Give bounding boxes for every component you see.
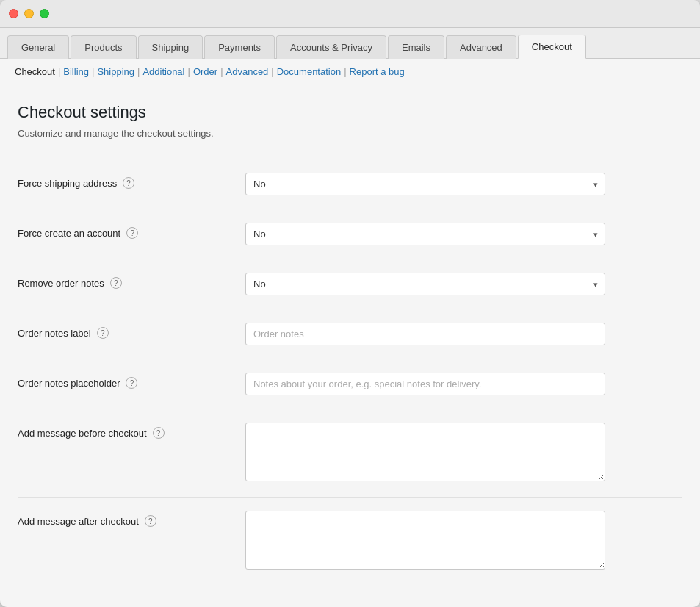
tab-advanced[interactable]: Advanced [446, 35, 516, 59]
setting-order-notes-label: Order notes label ? [18, 309, 682, 359]
setting-message-after-checkout: Add message after checkout ? [18, 497, 682, 585]
sub-navigation: Checkout | Billing | Shipping | Addition… [0, 59, 700, 85]
tab-emails[interactable]: Emails [388, 35, 444, 59]
select-wrapper-remove-order-notes: No Yes ▾ [245, 273, 605, 295]
tab-products[interactable]: Products [71, 35, 136, 59]
select-force-shipping-address[interactable]: No Yes [245, 173, 605, 195]
help-icon-force-shipping-address[interactable]: ? [123, 177, 134, 189]
label-force-create-account: Force create an account [18, 228, 120, 239]
sep-7: | [344, 66, 346, 77]
setting-message-before-checkout: Add message before checkout ? [18, 409, 682, 497]
subnav-checkout[interactable]: Checkout [15, 66, 55, 77]
tab-general[interactable]: General [7, 35, 69, 59]
help-icon-message-after-checkout[interactable]: ? [145, 515, 156, 527]
select-force-create-account[interactable]: No Yes [245, 223, 605, 245]
sep-5: | [220, 66, 223, 77]
label-message-after-checkout: Add message after checkout [18, 516, 139, 527]
help-icon-message-before-checkout[interactable]: ? [153, 427, 165, 439]
tab-checkout[interactable]: Checkout [518, 35, 586, 59]
minimize-button[interactable] [24, 9, 34, 18]
help-icon-order-notes-placeholder[interactable]: ? [126, 377, 137, 389]
help-icon-order-notes-label[interactable]: ? [97, 327, 109, 339]
label-remove-order-notes: Remove order notes [18, 278, 104, 289]
input-order-notes-placeholder[interactable] [245, 373, 605, 395]
main-tabs: General Products Shipping Payments Accou… [0, 28, 700, 59]
setting-force-create-account: Force create an account ? No Yes ▾ [18, 209, 682, 259]
app-window: General Products Shipping Payments Accou… [0, 0, 700, 607]
subnav-order[interactable]: Order [193, 66, 217, 77]
page-title: Checkout settings [18, 103, 682, 122]
sep-2: | [92, 66, 94, 77]
setting-order-notes-placeholder: Order notes placeholder ? [18, 359, 682, 409]
subnav-advanced[interactable]: Advanced [226, 66, 269, 77]
title-bar [0, 0, 700, 28]
subnav-additional[interactable]: Additional [142, 66, 184, 77]
maximize-button[interactable] [40, 9, 49, 18]
tab-payments[interactable]: Payments [204, 35, 275, 59]
setting-force-shipping-address: Force shipping address ? No Yes ▾ [18, 159, 682, 209]
label-force-shipping-address: Force shipping address [18, 178, 117, 189]
sep-4: | [188, 66, 190, 77]
label-order-notes-label: Order notes label [18, 328, 91, 339]
label-order-notes-placeholder: Order notes placeholder [18, 378, 120, 389]
help-icon-remove-order-notes[interactable]: ? [110, 277, 122, 289]
textarea-message-after-checkout[interactable] [245, 511, 605, 570]
textarea-message-before-checkout[interactable] [245, 423, 605, 481]
tab-shipping[interactable]: Shipping [138, 35, 203, 59]
content-area: Checkout settings Customize and manage t… [0, 85, 700, 607]
subnav-billing[interactable]: Billing [63, 66, 89, 77]
select-wrapper-force-create-account: No Yes ▾ [245, 223, 605, 245]
help-icon-force-create-account[interactable]: ? [126, 227, 138, 239]
subnav-documentation[interactable]: Documentation [277, 66, 341, 77]
settings-form: Force shipping address ? No Yes ▾ [18, 159, 682, 585]
close-button[interactable] [9, 9, 18, 18]
sep-1: | [58, 66, 60, 77]
label-message-before-checkout: Add message before checkout [18, 428, 147, 439]
setting-remove-order-notes: Remove order notes ? No Yes ▾ [18, 259, 682, 309]
sep-6: | [271, 66, 273, 77]
input-order-notes-label[interactable] [245, 323, 605, 345]
subnav-shipping[interactable]: Shipping [97, 66, 134, 77]
select-wrapper-force-shipping-address: No Yes ▾ [245, 173, 605, 195]
subnav-report-bug[interactable]: Report a bug [350, 66, 405, 77]
select-remove-order-notes[interactable]: No Yes [245, 273, 605, 295]
tab-accounts-privacy[interactable]: Accounts & Privacy [276, 35, 386, 59]
sep-3: | [137, 66, 140, 77]
page-description: Customize and manage the checkout settin… [18, 128, 682, 139]
